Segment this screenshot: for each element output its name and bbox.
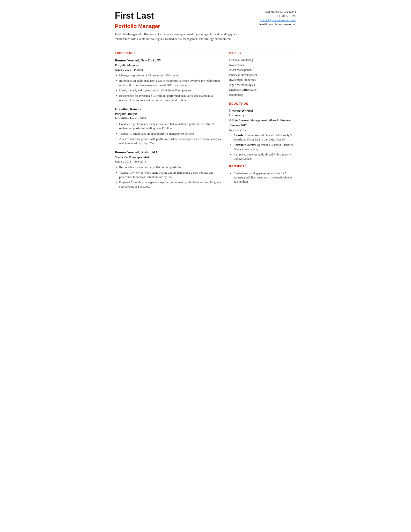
edu-bullet-1: Awards: Resume Worded Finance Fellow (on…	[229, 133, 296, 142]
left-column: EXPERIENCE Resume Worded, New York, NY P…	[115, 51, 222, 193]
bullet-2-2: Trained 10 employees on three portfolio …	[115, 132, 222, 136]
company-name-3: Resume Worded,	[115, 150, 140, 154]
company-line-2: Growthsi, Remote	[115, 107, 222, 112]
linkedin: linkedin.com/in/resumeworded	[248, 22, 296, 27]
header-left: First Last Portfolio Manager Portfolio M…	[115, 10, 248, 41]
job-block-3: Resume Worded, Boston, MA Senior Portfol…	[115, 150, 222, 189]
edu-date: January 2012	[229, 123, 296, 128]
project-bullet-1: Created new parking garage automation fo…	[229, 171, 296, 184]
skills-section-title: SKILLS	[229, 51, 296, 55]
bullet-3-2: Trained 10+ new portfolio staff, writing…	[115, 171, 222, 179]
company-location-3: Boston, MA	[140, 150, 158, 154]
skill-5: Investment Properties	[229, 78, 296, 82]
edu-location: New York, NY	[229, 128, 296, 132]
header-divider	[115, 49, 296, 49]
resume-page: First Last Portfolio Manager Portfolio M…	[103, 0, 308, 266]
awards-label: Awards:	[234, 133, 244, 137]
courses-label: Relevant Courses:	[234, 143, 256, 147]
skill-3: Asset Management	[229, 68, 296, 72]
job-dates-3: January 2012 – June 2016	[115, 160, 222, 164]
company-line-3: Resume Worded, Boston, MA	[115, 150, 222, 155]
bullet-1-3: Hired, trained, and supervised a staff o…	[115, 88, 222, 93]
projects-section-title: PROJECTS	[229, 164, 296, 169]
edu-school: Resume WordedUniversity	[229, 109, 296, 117]
education-section-title: EDUCATION	[229, 102, 296, 106]
job-block-2: Growthsi, Remote Portfolio Analyst July …	[115, 107, 222, 146]
company-location-1: New York, NY	[140, 58, 161, 62]
job-bullets-3: Responsible for monitoring a $20 million…	[115, 165, 222, 189]
candidate-name: First Last	[115, 10, 248, 22]
skill-2: Investments	[229, 63, 296, 67]
email-link[interactable]: first.last@resumeworded.com	[260, 18, 296, 22]
bullet-3-1: Responsible for monitoring a $20 million…	[115, 165, 222, 170]
job-dates-1: January 2020 – Present	[115, 68, 222, 72]
skill-4: Business Development	[229, 73, 296, 77]
header-section: First Last Portfolio Manager Portfolio M…	[115, 10, 296, 41]
company-line-1: Resume Worded, New York, NY	[115, 58, 222, 63]
projects-section: PROJECTS Created new parking garage auto…	[229, 164, 296, 184]
edu-bullet-2: Relevant Courses: Operations Research, S…	[229, 143, 296, 151]
skills-section: SKILLS Financial Modeling Investments As…	[229, 51, 296, 97]
body-columns: EXPERIENCE Resume Worded, New York, NY P…	[115, 51, 296, 193]
edu-bullet-3: Completed one-year study abroad with Uni…	[229, 152, 296, 161]
skill-6: Agile Methodologies	[229, 83, 296, 87]
bullet-1-2: Introduced an additional asset class to …	[115, 79, 222, 87]
bullet-3-3: Prepared 5 monthly management reports; r…	[115, 180, 222, 189]
company-name-2: Growthsi,	[115, 107, 129, 111]
company-name-1: Resume Worded,	[115, 58, 140, 62]
header-right: San Francisco, CA 12345 +1 234 567-890 f…	[248, 10, 296, 27]
candidate-summary: Portfolio Manager with five years of exp…	[115, 32, 241, 41]
bullet-1-4: Responsible for investing $1.5 million; …	[115, 94, 222, 102]
address: San Francisco, CA 12345	[248, 10, 296, 14]
company-location-2: Remote	[130, 107, 141, 111]
skill-7: Microsoft Office Suite	[229, 88, 296, 92]
bullet-2-1: Conducted performance analyses and creat…	[115, 122, 222, 131]
skill-1: Financial Modeling	[229, 58, 296, 62]
experience-section-title: EXPERIENCE	[115, 51, 222, 55]
job-title-2: Portfolio Analyst	[115, 112, 222, 116]
education-section: EDUCATION Resume WordedUniversity B.S. i…	[229, 102, 296, 161]
job-title-3: Senior Portfolio Specialist	[115, 155, 222, 159]
job-block-1: Resume Worded, New York, NY Portfolio Ma…	[115, 58, 222, 102]
edu-degree: B.S. in Business Management, Minor in Fi…	[229, 118, 296, 123]
skills-list: Financial Modeling Investments Asset Man…	[229, 58, 296, 97]
edu-block-1: Resume WordedUniversity B.S. in Business…	[229, 109, 296, 161]
right-column: SKILLS Financial Modeling Investments As…	[229, 51, 296, 193]
job-bullets-1: Managed a portfolio of 15 properties (50…	[115, 73, 222, 103]
edu-bullets: Awards: Resume Worded Finance Fellow (on…	[229, 133, 296, 161]
candidate-title: Portfolio Manager	[115, 23, 248, 30]
bullet-2-3: Assisted 5 broker groups with portfolio …	[115, 137, 222, 146]
job-title-1: Portfolio Manager	[115, 63, 222, 67]
phone: +1 234 567-890	[248, 14, 296, 18]
study-abroad-text: Completed one-year study abroad with Uni…	[234, 153, 291, 160]
skill-8: Bloomberg	[229, 93, 296, 97]
bullet-1-1: Managed a portfolio of 15 properties (50…	[115, 73, 222, 78]
job-dates-2: July 2016 – January 2020	[115, 116, 222, 121]
projects-bullets: Created new parking garage automation fo…	[229, 171, 296, 184]
job-bullets-2: Conducted performance analyses and creat…	[115, 122, 222, 146]
project-text-1: Created new parking garage automation fo…	[234, 172, 292, 183]
